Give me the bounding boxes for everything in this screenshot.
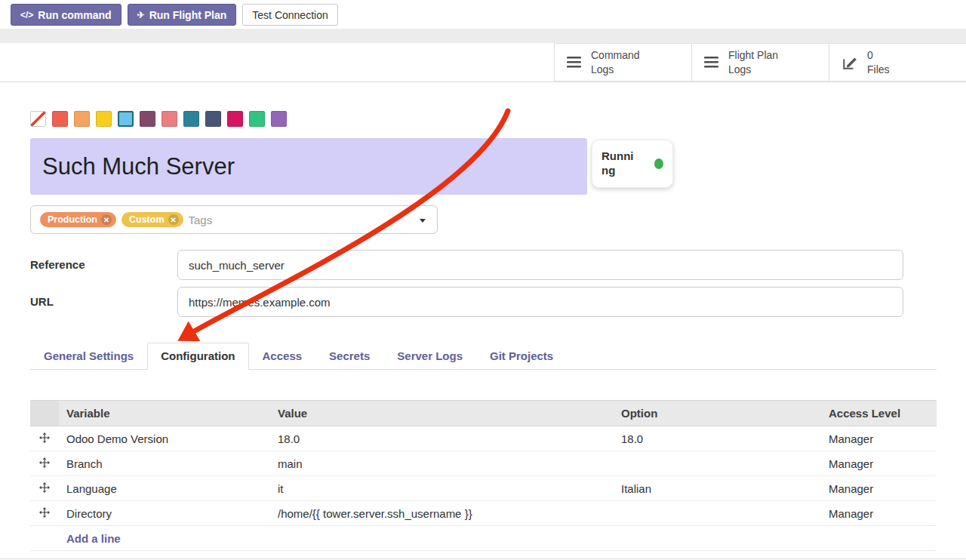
tag-label: Custom	[129, 214, 165, 225]
remove-tag-icon[interactable]: ✕	[101, 214, 112, 225]
test-connection-button[interactable]: Test Connection	[242, 4, 337, 26]
command-logs-label-line2: Logs	[591, 63, 640, 76]
tab-configuration[interactable]: Configuration	[147, 343, 248, 370]
header-band: Command Logs Flight Plan Logs 0 Files	[0, 43, 966, 82]
color-swatch-2[interactable]	[74, 111, 90, 127]
run-flight-plan-label: Run Flight Plan	[149, 9, 227, 21]
cell-variable[interactable]: Language	[59, 476, 270, 501]
column-header-value: Value	[270, 401, 614, 426]
column-header-access-level: Access Level	[821, 401, 937, 426]
tag-pill-custom[interactable]: Custom ✕	[122, 212, 183, 227]
server-name-input[interactable]	[30, 138, 587, 195]
cell-variable[interactable]: Branch	[59, 451, 270, 476]
drag-handle[interactable]	[30, 476, 59, 501]
cell-value[interactable]: main	[270, 451, 614, 476]
move-icon	[39, 507, 50, 518]
notebook-tabs: General Settings Configuration Access Se…	[30, 343, 937, 370]
color-swatch-5[interactable]	[140, 111, 155, 127]
url-input[interactable]	[177, 287, 903, 317]
flight-plan-logs-button[interactable]: Flight Plan Logs	[691, 43, 829, 82]
column-header-variable: Variable	[59, 401, 270, 426]
tab-access[interactable]: Access	[249, 343, 316, 369]
title-row: Running	[30, 138, 937, 195]
color-swatch-9[interactable]	[227, 111, 243, 127]
tab-secrets[interactable]: Secrets	[315, 343, 383, 369]
cell-value[interactable]: it	[270, 476, 614, 501]
color-swatch-0[interactable]	[30, 111, 46, 127]
top-toolbar: </> Run command ✈ Run Flight Plan Test C…	[0, 0, 966, 29]
paper-plane-icon: ✈	[137, 10, 145, 20]
table-header-row: Variable Value Option Access Level	[30, 401, 937, 426]
code-icon: </>	[20, 10, 33, 20]
color-swatch-7[interactable]	[183, 111, 199, 127]
cell-access-level[interactable]: Manager	[821, 426, 937, 451]
files-count: 0	[867, 48, 890, 62]
flight-plan-logs-label-line2: Logs	[728, 63, 778, 76]
drag-handle[interactable]	[30, 426, 59, 451]
color-swatches	[30, 111, 937, 127]
flight-plan-logs-label-line1: Flight Plan	[728, 48, 778, 62]
color-swatch-1[interactable]	[52, 111, 68, 127]
color-swatch-11[interactable]	[271, 111, 287, 127]
url-label: URL	[30, 287, 177, 308]
cell-option[interactable]: 18.0	[614, 426, 821, 451]
url-field-row: URL	[30, 287, 937, 317]
cell-variable[interactable]: Odoo Demo Version	[59, 426, 270, 451]
cell-value[interactable]: 18.0	[270, 426, 614, 451]
run-flight-plan-button[interactable]: ✈ Run Flight Plan	[128, 4, 237, 26]
color-swatch-4[interactable]	[118, 111, 134, 127]
add-line-row: Add a line	[30, 526, 937, 551]
color-swatch-8[interactable]	[205, 111, 221, 127]
handle-column-header	[30, 401, 59, 426]
cell-access-level[interactable]: Manager	[821, 501, 937, 526]
move-icon	[39, 482, 50, 493]
cell-variable[interactable]: Directory	[59, 501, 270, 526]
edit-icon	[841, 54, 858, 71]
remove-tag-icon[interactable]: ✕	[168, 214, 179, 225]
drag-handle[interactable]	[30, 451, 59, 476]
column-header-option: Option	[614, 401, 821, 426]
cell-value[interactable]: /home/{{ tower.server.ssh_username }}	[270, 501, 614, 526]
color-swatch-10[interactable]	[249, 111, 265, 127]
run-command-label: Run command	[38, 9, 111, 21]
test-connection-label: Test Connection	[252, 9, 328, 21]
command-logs-button[interactable]: Command Logs	[554, 43, 691, 82]
tab-git-projects[interactable]: Git Projects	[476, 343, 567, 369]
reference-label: Reference	[30, 250, 177, 271]
cell-option[interactable]	[614, 451, 821, 476]
tag-label: Production	[48, 214, 97, 225]
reference-field-row: Reference	[30, 250, 937, 280]
tab-server-logs[interactable]: Server Logs	[383, 343, 476, 369]
files-label: Files	[867, 63, 890, 76]
move-icon	[39, 432, 50, 443]
table-row: Directory /home/{{ tower.server.ssh_user…	[30, 501, 937, 526]
status-widget[interactable]: Running	[592, 140, 673, 188]
reference-input[interactable]	[177, 250, 903, 280]
cell-option[interactable]	[614, 501, 821, 526]
list-icon	[567, 56, 582, 69]
table-row: Branch main Manager	[30, 451, 937, 476]
add-line-link[interactable]: Add a line	[66, 532, 121, 545]
list-icon	[704, 56, 719, 69]
configuration-table: Variable Value Option Access Level Odoo …	[30, 400, 937, 551]
chevron-down-icon[interactable]	[420, 219, 426, 223]
color-swatch-6[interactable]	[162, 111, 177, 127]
cell-access-level[interactable]: Manager	[821, 476, 937, 501]
tags-placeholder: Tags	[189, 214, 213, 226]
cell-access-level[interactable]: Manager	[821, 451, 937, 476]
status-label: Running	[601, 149, 636, 178]
gray-divider-strip	[0, 29, 966, 43]
drag-handle[interactable]	[30, 501, 59, 526]
cell-option[interactable]: Italian	[614, 476, 821, 501]
page-bottom-rule	[0, 558, 966, 559]
table-row: Odoo Demo Version 18.0 18.0 Manager	[30, 426, 937, 451]
move-icon	[39, 457, 50, 468]
color-swatch-3[interactable]	[96, 111, 112, 127]
run-command-button[interactable]: </> Run command	[11, 4, 122, 26]
tag-pill-production[interactable]: Production ✕	[40, 212, 116, 227]
command-logs-label-line1: Command	[591, 48, 640, 62]
files-button[interactable]: 0 Files	[829, 43, 966, 82]
tags-input[interactable]: Production ✕ Custom ✕ Tags	[30, 205, 438, 234]
status-dot	[654, 158, 663, 169]
tab-general-settings[interactable]: General Settings	[30, 343, 147, 369]
